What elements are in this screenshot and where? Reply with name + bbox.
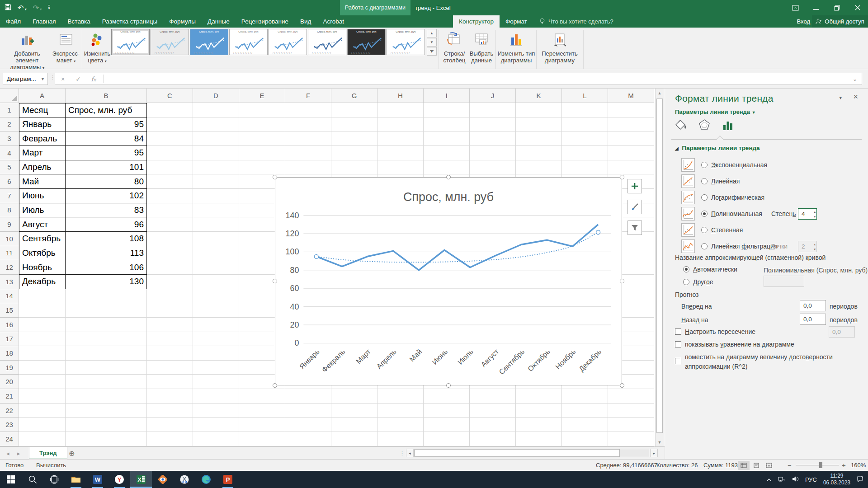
- cell-B15[interactable]: [66, 303, 147, 318]
- ribbon-tab-данные[interactable]: Данные: [202, 15, 236, 28]
- other-radio[interactable]: [683, 279, 689, 285]
- row-header-10[interactable]: 10: [0, 232, 19, 246]
- column-header-L[interactable]: L: [562, 89, 608, 103]
- row-header-17[interactable]: 17: [0, 332, 19, 347]
- move-chart-button[interactable]: Переместитьдиаграмму: [539, 29, 580, 72]
- chart-elements-button[interactable]: [627, 179, 642, 193]
- chart-style-8[interactable]: Спрос, млн. руб////////////: [387, 29, 425, 55]
- cell-L21[interactable]: [562, 389, 608, 404]
- cell-J3[interactable]: [470, 131, 516, 146]
- cell-C15[interactable]: [147, 303, 193, 318]
- cell-H4[interactable]: [377, 146, 424, 160]
- row-header-4[interactable]: 4: [0, 146, 19, 160]
- cell-A10[interactable]: Сентябрь: [19, 232, 66, 246]
- cell-M24[interactable]: [608, 432, 654, 446]
- cell-B16[interactable]: [66, 318, 147, 332]
- cell-I21[interactable]: [424, 389, 470, 404]
- cell-C2[interactable]: [147, 117, 193, 132]
- cell-F21[interactable]: [285, 389, 331, 404]
- add-sheet-icon[interactable]: ⊕: [69, 449, 75, 458]
- cell-D9[interactable]: [193, 217, 239, 232]
- cell-G3[interactable]: [331, 131, 377, 146]
- taskbar-excel-icon[interactable]: X: [130, 471, 152, 488]
- cell-F5[interactable]: [285, 160, 331, 175]
- cell-A1[interactable]: Месяц: [19, 103, 66, 117]
- cell-A17[interactable]: [19, 332, 66, 347]
- cell-J5[interactable]: [470, 160, 516, 175]
- chart-resize-handle[interactable]: [446, 175, 451, 179]
- cell-L4[interactable]: [562, 146, 608, 160]
- zoom-in-button[interactable]: +: [842, 461, 846, 469]
- cell-E3[interactable]: [239, 131, 285, 146]
- row-header-14[interactable]: 14: [0, 289, 19, 304]
- cell-I22[interactable]: [424, 404, 470, 418]
- cell-C7[interactable]: [147, 189, 193, 203]
- name-box[interactable]: Диаграм... ▼: [3, 73, 48, 85]
- chart-resize-handle[interactable]: [620, 383, 624, 388]
- cell-I23[interactable]: [424, 418, 470, 432]
- cell-E24[interactable]: [239, 432, 285, 446]
- show-r2-option[interactable]: поместить на диаграмму величину достовер…: [675, 352, 833, 371]
- taskbar-powerpoint-icon[interactable]: P: [217, 471, 239, 488]
- lin-radio[interactable]: [701, 178, 708, 184]
- cell-D16[interactable]: [193, 318, 239, 332]
- cell-D8[interactable]: [193, 203, 239, 218]
- cell-E22[interactable]: [239, 404, 285, 418]
- quick-layout-button[interactable]: Экспресс-макет ▾: [52, 29, 80, 72]
- exp-radio[interactable]: [701, 162, 708, 168]
- cell-J2[interactable]: [470, 117, 516, 132]
- chart-resize-handle[interactable]: [446, 383, 451, 388]
- pane-options-dropdown-icon[interactable]: ▾: [839, 95, 842, 101]
- column-header-C[interactable]: C: [147, 89, 193, 103]
- trendline-option-pow[interactable]: Степенная: [681, 222, 743, 238]
- cell-D22[interactable]: [193, 404, 239, 418]
- cell-A6[interactable]: Май: [19, 174, 66, 189]
- select-all-corner[interactable]: [0, 89, 19, 103]
- gallery-scroll-down[interactable]: ▼: [427, 38, 437, 47]
- ribbon-tab-acrobat[interactable]: Acrobat: [317, 15, 350, 28]
- backward-input[interactable]: 0,0: [800, 314, 826, 325]
- cell-C16[interactable]: [147, 318, 193, 332]
- cell-A7[interactable]: Июнь: [19, 189, 66, 203]
- ribbon-tab-файл[interactable]: Файл: [0, 15, 27, 28]
- column-header-F[interactable]: F: [285, 89, 331, 103]
- cell-A11[interactable]: Октябрь: [19, 246, 66, 261]
- cell-L22[interactable]: [562, 404, 608, 418]
- cell-A5[interactable]: Апрель: [19, 160, 66, 175]
- cell-M4[interactable]: [608, 146, 654, 160]
- cell-B20[interactable]: [66, 375, 147, 389]
- cell-K24[interactable]: [516, 432, 562, 446]
- cell-C10[interactable]: [147, 232, 193, 246]
- column-header-G[interactable]: G: [331, 89, 377, 103]
- row-header-16[interactable]: 16: [0, 318, 19, 332]
- cell-J22[interactable]: [470, 404, 516, 418]
- cell-M21[interactable]: [608, 389, 654, 404]
- ribbon-tab-формат[interactable]: Формат: [500, 15, 533, 28]
- set-intercept-option[interactable]: Настроить пересечение: [675, 328, 755, 335]
- cell-D23[interactable]: [193, 418, 239, 432]
- row-header-22[interactable]: 22: [0, 404, 19, 418]
- page-break-view-button[interactable]: [763, 461, 775, 470]
- cell-B19[interactable]: [66, 361, 147, 375]
- chart-filter-button[interactable]: [627, 221, 642, 235]
- cell-A14[interactable]: [19, 289, 66, 304]
- close-button[interactable]: [847, 0, 868, 15]
- column-header-B[interactable]: B: [66, 89, 147, 103]
- cell-E4[interactable]: [239, 146, 285, 160]
- cell-C19[interactable]: [147, 361, 193, 375]
- customize-qat-button[interactable]: ▾: [48, 5, 50, 10]
- cell-A19[interactable]: [19, 361, 66, 375]
- cell-B17[interactable]: [66, 332, 147, 347]
- ribbon-tab-формулы[interactable]: Формулы: [163, 15, 202, 28]
- cell-F24[interactable]: [285, 432, 331, 446]
- cell-C8[interactable]: [147, 203, 193, 218]
- cell-C3[interactable]: [147, 131, 193, 146]
- cell-K22[interactable]: [516, 404, 562, 418]
- cell-A2[interactable]: Январь: [19, 117, 66, 132]
- share-button[interactable]: Общий доступ: [812, 15, 868, 28]
- trendline-option-exp[interactable]: Экспоненциальная: [681, 157, 767, 173]
- cell-F4[interactable]: [285, 146, 331, 160]
- cell-K21[interactable]: [516, 389, 562, 404]
- cell-C4[interactable]: [147, 146, 193, 160]
- mov-spinner[interactable]: 2▴▾: [798, 241, 817, 252]
